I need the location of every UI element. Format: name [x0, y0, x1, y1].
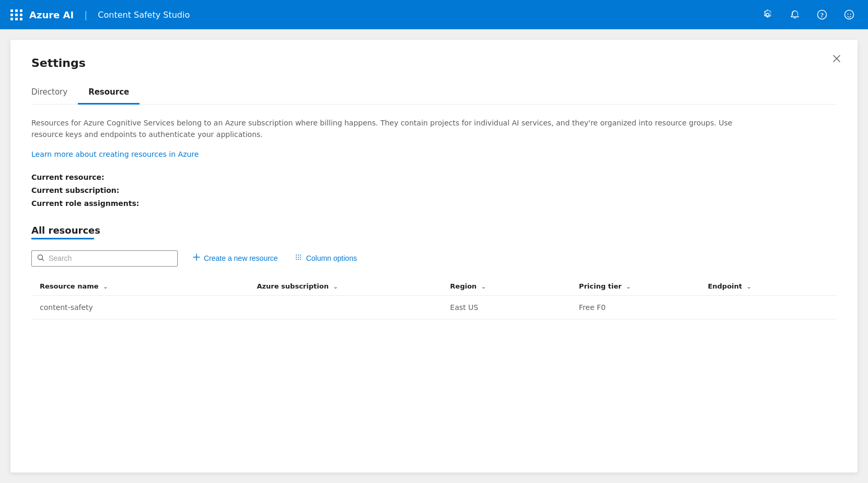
help-icon[interactable]: ? — [814, 6, 830, 23]
col-header-resource-name[interactable]: Resource name ⌄ — [31, 277, 257, 296]
current-resource-label: Current resource: — [31, 171, 837, 184]
tabs-container: Directory Resource — [31, 82, 837, 105]
product-name: Content Safety Studio — [98, 10, 190, 20]
tab-resource[interactable]: Resource — [78, 82, 140, 105]
learn-more-link[interactable]: Learn more about creating resources in A… — [31, 150, 199, 158]
table-header: Resource name ⌄ Azure subscription ⌄ Reg… — [31, 277, 837, 296]
topbar: Azure AI | Content Safety Studio ? — [0, 0, 868, 29]
create-resource-label: Create a new resource — [204, 254, 278, 262]
notifications-icon[interactable] — [786, 6, 803, 23]
search-icon — [37, 254, 44, 263]
sort-icon-resource: ⌄ — [103, 283, 108, 290]
feedback-icon[interactable] — [841, 6, 858, 23]
sort-icon-region: ⌄ — [481, 283, 486, 290]
resource-toolbar: Create a new resource Column options — [31, 250, 837, 267]
cell-pricing-tier: Free F0 — [579, 296, 708, 319]
topbar-left: Azure AI | Content Safety Studio — [10, 9, 759, 20]
section-underline — [31, 238, 94, 239]
sort-icon-subscription: ⌄ — [333, 283, 338, 290]
svg-point-2 — [845, 10, 854, 19]
col-header-pricing-tier[interactable]: Pricing tier ⌄ — [579, 277, 708, 296]
current-subscription-label: Current subscription: — [31, 184, 837, 197]
topbar-separator: | — [84, 9, 87, 20]
topbar-icons: ? — [759, 6, 858, 23]
settings-panel: Settings Directory Resource Resources fo… — [10, 40, 858, 473]
col-header-subscription[interactable]: Azure subscription ⌄ — [257, 277, 450, 296]
waffle-menu-icon[interactable] — [10, 9, 23, 20]
svg-point-4 — [850, 14, 851, 15]
resource-table: Resource name ⌄ Azure subscription ⌄ Reg… — [31, 277, 837, 319]
all-resources-title: All resources — [31, 225, 837, 236]
col-header-region[interactable]: Region ⌄ — [450, 277, 579, 296]
sort-icon-pricing: ⌄ — [626, 283, 631, 290]
svg-point-3 — [848, 14, 849, 15]
close-button[interactable] — [828, 50, 845, 67]
sort-icon-endpoint: ⌄ — [747, 283, 751, 290]
column-options-button[interactable]: Column options — [293, 250, 359, 267]
column-options-icon — [295, 253, 303, 263]
search-input[interactable] — [49, 254, 172, 262]
column-options-label: Column options — [306, 254, 357, 262]
tab-directory[interactable]: Directory — [31, 82, 78, 105]
settings-icon[interactable] — [759, 6, 776, 23]
cell-subscription — [257, 296, 450, 319]
svg-text:?: ? — [820, 11, 824, 19]
resource-description: Resources for Azure Cognitive Services b… — [31, 117, 763, 141]
search-wrapper[interactable] — [31, 250, 178, 267]
plus-icon — [192, 253, 201, 263]
cell-resource-name[interactable]: content-safety — [31, 296, 257, 319]
current-info-section: Current resource: Current subscription: … — [31, 171, 837, 211]
cell-region: East US — [450, 296, 579, 319]
app-name: Azure AI — [29, 9, 74, 20]
current-role-label: Current role assignments: — [31, 197, 837, 210]
cell-endpoint — [708, 296, 837, 319]
col-header-endpoint[interactable]: Endpoint ⌄ — [708, 277, 837, 296]
settings-title: Settings — [31, 56, 837, 70]
table-body: content-safety East US Free F0 — [31, 296, 837, 319]
table-row[interactable]: content-safety East US Free F0 — [31, 296, 837, 319]
create-resource-button[interactable]: Create a new resource — [190, 250, 280, 267]
